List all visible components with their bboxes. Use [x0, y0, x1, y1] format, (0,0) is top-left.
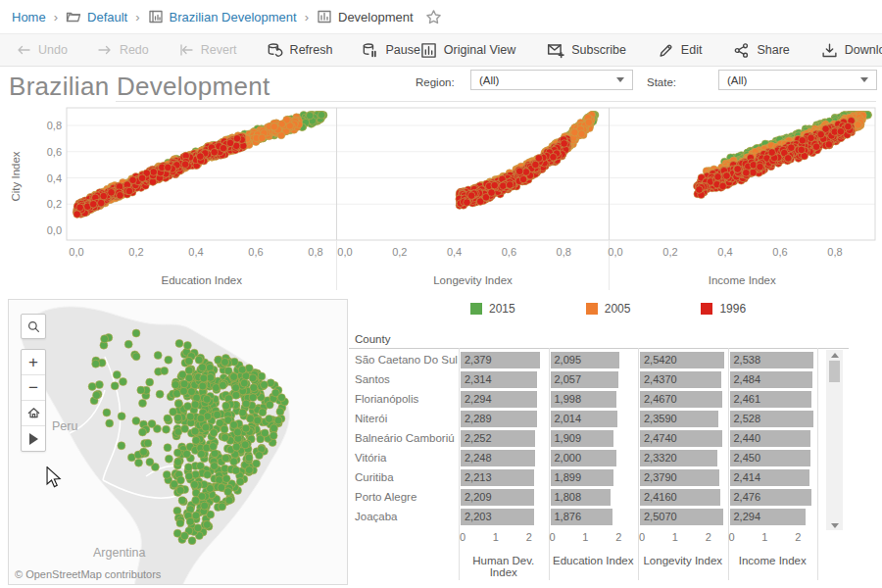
value-bar[interactable]: 2,294 [461, 391, 537, 408]
legend-item-1996[interactable]: 1996 [701, 302, 746, 316]
value-bar[interactable]: 1,909 [551, 430, 614, 447]
value-bar[interactable]: 2,213 [461, 469, 534, 486]
column-divider [549, 348, 550, 580]
table-row[interactable]: São Caetano Do Sul2,3792,0952,54202,538 [349, 350, 817, 369]
table-row[interactable]: Curitiba2,2131,8992,37902,414 [349, 467, 817, 487]
value-bar[interactable]: 2,538 [730, 352, 814, 368]
pause-button[interactable]: Pause [362, 42, 419, 59]
breadcrumb-item-development[interactable]: Development [317, 9, 414, 24]
table-cell: 2,248 [459, 448, 549, 467]
value-bar[interactable]: 2,252 [461, 430, 535, 447]
original-view-button[interactable]: Original View [420, 42, 515, 59]
value-bar[interactable]: 1,899 [551, 469, 613, 486]
value-bar[interactable]: 1,808 [551, 489, 611, 506]
table-row[interactable]: Balneário Camboriú2,2521,9092,47402,440 [349, 428, 817, 448]
toolbar-button-label: Undo [38, 43, 68, 57]
value-bar[interactable]: 2,414 [730, 469, 810, 486]
download-button[interactable]: Download [821, 42, 882, 59]
value-bar[interactable]: 2,000 [551, 450, 617, 466]
redo-button: Redo [97, 42, 149, 58]
toolbar-button-label: Download [845, 43, 882, 57]
scroll-up-arrow-icon[interactable] [826, 350, 843, 360]
breadcrumb-separator: › [54, 10, 58, 24]
value-bar[interactable]: 2,294 [730, 509, 807, 525]
table-row[interactable]: Niterói2,2892,0142,35902,528 [349, 409, 817, 428]
value-bar[interactable]: 2,379 [461, 352, 540, 368]
map-search-button[interactable] [21, 314, 46, 339]
value-bar[interactable]: 1,998 [551, 391, 617, 408]
breadcrumb-item-default[interactable]: Default [66, 9, 127, 24]
table-row[interactable]: Florianópolis2,2941,9982,46702,461 [349, 389, 817, 409]
table-rows: São Caetano Do Sul2,3792,0952,54202,538S… [349, 350, 817, 526]
svg-text:0,0: 0,0 [69, 246, 83, 258]
value-bar[interactable]: 2,4670 [640, 391, 722, 408]
value-bar[interactable]: 2,3590 [640, 411, 718, 427]
map-zoom-out-button[interactable]: − [22, 375, 45, 401]
toolbar-left-group: UndoRedoRevertRefreshPause [16, 42, 420, 59]
table-row[interactable]: Porto Alegre2,2091,8082,41602,476 [349, 487, 817, 507]
map-zoom-in-button[interactable]: + [22, 350, 45, 375]
value-bar[interactable]: 2,203 [461, 509, 534, 525]
table-cell: 2,3320 [638, 448, 728, 467]
table-cell: 2,414 [728, 467, 818, 487]
value-bar[interactable]: 2,528 [730, 411, 814, 427]
value-bar[interactable]: 2,314 [461, 371, 537, 388]
edit-button[interactable]: Edit [658, 42, 703, 59]
table-row[interactable]: Santos2,3142,0572,43702,484 [349, 369, 817, 389]
breadcrumb-item-home[interactable]: Home [12, 10, 46, 24]
toolbar-button-label: Refresh [290, 43, 333, 57]
scatter-series-1996[interactable] [694, 118, 856, 199]
map-panel[interactable]: PeruBArgentina +− © OpenStreetMap contri… [8, 299, 348, 585]
basemap[interactable]: PeruBArgentina [9, 300, 347, 584]
value-bar[interactable]: 2,440 [730, 430, 811, 447]
scatter-plots-panel[interactable]: 0,00,20,40,60,8City Index0,00,20,40,60,8… [0, 101, 882, 297]
table-scrollbar[interactable] [826, 350, 843, 530]
svg-text:Peru: Peru [52, 419, 77, 433]
home-icon [26, 406, 41, 420]
svg-text:City Index: City Index [10, 151, 22, 201]
value-bar[interactable]: 2,057 [551, 371, 619, 388]
value-bar[interactable]: 2,3320 [640, 450, 717, 466]
star-icon[interactable] [425, 9, 442, 25]
legend-swatch [586, 303, 598, 315]
scatter-series-1996[interactable] [456, 135, 571, 210]
share-icon [733, 42, 750, 59]
value-bar[interactable]: 2,5420 [640, 352, 724, 368]
state-filter-dropdown[interactable]: (All) [718, 70, 877, 90]
share-button[interactable]: Share [733, 42, 789, 59]
value-bar[interactable]: 1,876 [551, 509, 613, 525]
value-bar[interactable]: 2,3790 [640, 469, 719, 486]
value-bar[interactable]: 2,014 [551, 411, 617, 427]
scatter-series-1996[interactable] [73, 133, 247, 219]
value-bar[interactable]: 2,461 [730, 391, 811, 408]
svg-text:Argentina: Argentina [93, 546, 146, 560]
value-bar[interactable]: 2,248 [461, 450, 535, 466]
value-bar[interactable]: 2,484 [730, 371, 812, 388]
value-bar[interactable]: 2,5070 [640, 509, 723, 525]
map-pan-button[interactable] [22, 426, 45, 451]
column-title: Income Index [728, 555, 818, 566]
breadcrumb-item-brazilian-development[interactable]: Brazilian Development [148, 9, 297, 24]
value-bar[interactable]: 2,4740 [640, 430, 722, 447]
scroll-down-arrow-icon[interactable] [826, 520, 843, 530]
table-cell: 2,450 [728, 448, 818, 467]
value-bar[interactable]: 2,450 [730, 450, 811, 466]
toolbar-button-label: Share [757, 43, 789, 57]
axis-tick-label: 0 [460, 531, 466, 543]
svg-text:Income Index: Income Index [709, 274, 776, 286]
subscribe-button[interactable]: Subscribe [547, 41, 626, 59]
map-home-button[interactable] [22, 401, 45, 426]
value-bar[interactable]: 2,476 [730, 489, 812, 506]
scrollbar-thumb[interactable] [829, 361, 840, 382]
legend-item-2005[interactable]: 2005 [586, 302, 631, 316]
legend-item-2015[interactable]: 2015 [470, 302, 515, 316]
refresh-button[interactable]: Refresh [267, 42, 333, 59]
value-bar[interactable]: 2,209 [461, 489, 534, 506]
value-bar[interactable]: 2,289 [461, 411, 537, 427]
table-row[interactable]: Joaçaba2,2031,8762,50702,294 [349, 507, 817, 526]
value-bar[interactable]: 2,095 [551, 352, 620, 368]
region-filter-dropdown[interactable]: (All) [470, 70, 633, 90]
value-bar[interactable]: 2,4160 [640, 489, 720, 506]
table-row[interactable]: Vitória2,2482,0002,33202,450 [349, 448, 817, 467]
value-bar[interactable]: 2,4370 [640, 371, 721, 388]
